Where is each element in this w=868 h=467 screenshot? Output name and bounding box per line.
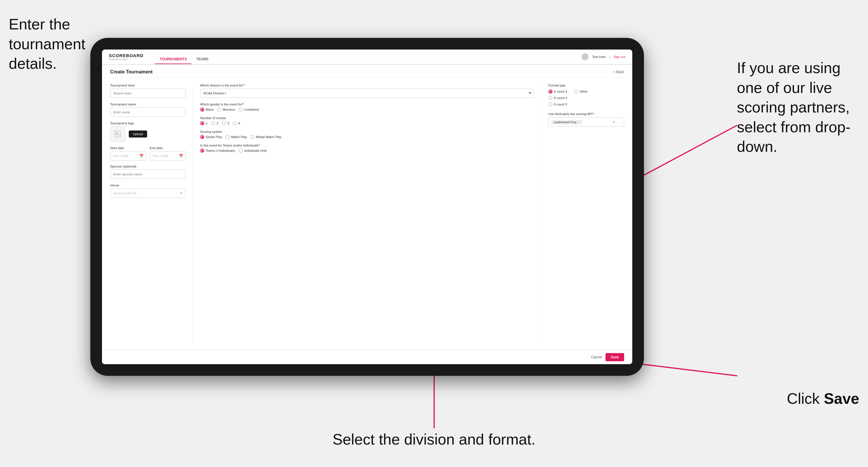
rounds-1[interactable]: 1 [200,121,208,125]
form-footer: Cancel Save [102,350,632,364]
radio-stroke-indicator [200,135,204,139]
page-header: Create Tournament < Back [102,65,632,78]
nav-tab-teams[interactable]: TEAMS [191,50,213,64]
gender-group: Which gender is the event for? Mens Wome… [200,102,534,112]
scoring-label: Scoring system [200,130,534,133]
sponsor-input[interactable] [110,169,186,179]
sponsor-label: Sponsor (optional) [110,165,186,168]
gender-combined[interactable]: Combined [239,107,259,112]
live-scoring-value: Leaderboard King [553,121,577,124]
end-date-group: End date Pick a date 📅 [150,146,186,160]
date-row: Start date Pick a date 📅 End date Pick a… [110,146,186,160]
upload-button[interactable]: Upload [129,130,147,137]
gender-mens[interactable]: Mens [200,107,214,112]
gender-womens-label: Womens [223,108,235,111]
rounds-2[interactable]: 2 [211,121,218,125]
sign-out-link[interactable]: Sign out [614,55,625,59]
logo-upload-area: Upload [110,126,186,142]
teams-individuals-label: Individuals Only [244,149,267,152]
teams-radio-group: Teams (+Individuals) Individuals Only [200,149,534,153]
scoring-radio-group: Stroke Play Match Play Medal Match Play [200,135,534,139]
start-date-group: Start date Pick a date 📅 [110,146,146,160]
navbar-right: Test User | Sign out [582,53,625,60]
rounds-4[interactable]: 4 [232,121,240,125]
venue-label: Venue [110,184,186,187]
start-date-input[interactable]: Pick a date 📅 [110,151,146,160]
format-6count4[interactable]: 6 count 4 [548,96,567,100]
division-label: Which division is the event for? [200,84,534,87]
col-left-divider [193,84,193,344]
radio-medal-indicator [251,135,255,139]
navbar: SCOREBOARD Powered by clippi TOURNAMENTS… [102,50,632,65]
division-group: Which division is the event for? NCAA Di… [200,84,534,98]
tournament-name-input[interactable] [110,107,186,117]
annotation-top-right: If you are using one of our live scoring… [737,58,859,157]
scoring-medal-label: Medal Match Play [256,135,281,139]
format-5count4-label: 5 count 4 [554,90,567,93]
end-date-label: End date [150,146,186,150]
rounds-4-label: 4 [238,122,240,125]
gender-radio-group: Mens Womens Combined [200,107,534,112]
tournament-name-group: Tournament name [110,102,186,117]
start-date-label: Start date [110,146,146,150]
gender-combined-label: Combined [244,108,259,111]
radio-2-indicator [211,121,215,125]
live-scoring-label: Use third-party live scoring API? [548,112,624,116]
rounds-3-label: 3 [227,122,229,125]
format-options: 5 count 4 6 count 4 6 count 5 [548,89,624,106]
radio-individuals-indicator [239,149,243,153]
tournament-logo-label: Tournament logo [110,122,186,125]
sponsor-group: Sponsor (optional) [110,165,186,179]
rounds-2-label: 2 [216,122,218,125]
save-button[interactable]: Save [606,353,624,361]
avatar [582,53,589,60]
format-other[interactable]: Other [574,89,588,94]
format-5count4[interactable]: 5 count 4 [548,89,567,94]
clear-live-scoring[interactable]: ✕ [578,121,580,124]
page-title: Create Tournament [110,69,153,74]
radio-mens-indicator [200,107,204,112]
tournament-name-label: Tournament name [110,102,186,106]
cancel-button[interactable]: Cancel [591,355,602,359]
format-other-label: Other [580,90,588,93]
division-select-wrap: NCAA Division I [200,89,534,98]
division-select[interactable]: NCAA Division I [200,89,534,98]
annotation-bottom-right: Click Save [787,389,859,409]
gender-womens[interactable]: Womens [217,107,235,112]
format-6count4-label: 6 count 4 [554,96,567,100]
tournament-logo-group: Tournament logo Upload [110,122,186,142]
teams-individuals[interactable]: Individuals Only [239,149,267,153]
format-6count5[interactable]: 6 count 5 [548,102,567,106]
rounds-label: Number of rounds [200,116,534,120]
annotation-bottom-center: Select the division and format. [333,430,535,449]
scoring-group: Scoring system Stroke Play Match Play [200,130,534,139]
venue-select[interactable]: Search golf club ▼ [110,188,186,198]
radio-4-indicator [232,121,237,125]
format-type-label: Format type [548,84,624,87]
col-right: Format type 5 count 4 6 count 4 [548,84,624,344]
scoring-match-label: Match Play [231,135,247,139]
brand-name: SCOREBOARD [109,53,143,58]
chevron-down-icon: ▼ [612,121,615,124]
scoring-stroke[interactable]: Stroke Play [200,135,222,139]
scoring-match[interactable]: Match Play [225,135,247,139]
calendar-icon: 📅 [139,154,144,158]
rounds-3[interactable]: 3 [222,121,229,125]
format-type-section: Format type 5 count 4 6 count 4 [548,84,624,106]
teams-teams[interactable]: Teams (+Individuals) [200,149,235,153]
live-scoring-select[interactable]: Leaderboard King ✕ ▼ [548,117,624,127]
logo-placeholder [110,126,125,142]
radio-other-indicator [574,89,578,94]
back-button[interactable]: < Back [613,70,624,74]
rounds-group: Number of rounds 1 2 3 [200,116,534,125]
scoring-medal[interactable]: Medal Match Play [251,135,281,139]
format-6count5-label: 6 count 5 [554,102,567,106]
nav-tab-tournaments[interactable]: TOURNAMENTS [155,50,191,64]
end-date-input[interactable]: Pick a date 📅 [150,151,186,160]
rounds-radio-group: 1 2 3 4 [200,121,534,125]
tournament-host-input[interactable] [110,89,186,98]
col-right-divider [541,84,541,344]
form-area: Tournament Host Tournament name Tourname… [102,78,632,350]
format-col-left: 5 count 4 6 count 4 6 count 5 [548,89,567,106]
radio-5c4-indicator [548,89,553,94]
